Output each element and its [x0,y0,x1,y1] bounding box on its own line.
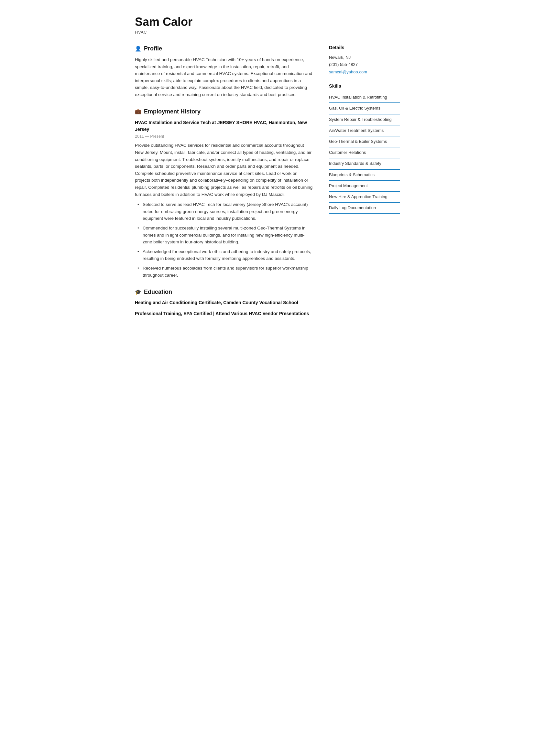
skills-title: Skills [329,83,400,90]
edu-title-2: Professional Training, EPA Certified | A… [135,310,313,317]
skill-item-5: Geo-Thermal & Boiler Systems [329,136,400,148]
education-icon: 🎓 [135,288,141,296]
candidate-name: Sam Calor [135,15,400,28]
skill-item-2: Gas, Oil & Electric Systems [329,103,400,114]
main-layout: 👤 Profile Highly skilled and personable … [135,44,400,326]
skill-item-10: New Hire & Apprentice Training [329,192,400,202]
resume-page: Sam Calor HVAC 👤 Profile Highly skilled … [122,0,413,345]
candidate-profession: HVAC [135,29,400,36]
bullet-item: Commended for successfully installing se… [137,225,313,246]
profile-icon: 👤 [135,45,141,53]
job-item: HVAC Installation and Service Tech at JE… [135,119,313,279]
skill-item-8: Blueprints & Schematics [329,170,400,181]
skill-item-6: Customer Relations [329,148,400,158]
profile-section-title: 👤 Profile [135,44,313,53]
job-date: 2011 — Present [135,133,313,140]
skill-item-11: Daily Log Documentation [329,202,400,214]
skill-item-9: Project Management [329,181,400,192]
header-section: Sam Calor HVAC [135,15,400,35]
skill-item-1: HVAC Installation & Retrofitting [329,92,400,103]
bullet-item: Selected to serve as lead HVAC Tech for … [137,201,313,222]
edu-title-1: Heating and Air Conditioning Certificate… [135,300,313,306]
edu-item-1: Heating and Air Conditioning Certificate… [135,300,313,306]
job-description: Provide outstanding HVAC services for re… [135,142,313,198]
details-section: Details Newark, NJ (201) 555-4827 samcal… [329,44,400,75]
left-column: 👤 Profile Highly skilled and personable … [135,44,313,326]
employment-icon: 💼 [135,108,141,115]
job-title: HVAC Installation and Service Tech at JE… [135,119,313,133]
skill-item-7: Industry Standards & Safety [329,158,400,169]
education-section-title: 🎓 Education [135,288,313,296]
details-email[interactable]: samcal@yahoo.com [329,69,367,74]
profile-text: Highly skilled and personable HVAC Techn… [135,56,313,98]
right-column: Details Newark, NJ (201) 555-4827 samcal… [329,44,400,326]
details-location: Newark, NJ [329,54,400,61]
education-section: 🎓 Education Heating and Air Conditioning… [135,288,313,317]
bullet-item: Acknowledged for exceptional work ethic … [137,248,313,262]
skill-item-4: Air/Water Treatment Systems [329,125,400,136]
skills-list: HVAC Installation & Retrofitting Gas, Oi… [329,92,400,214]
bullet-item: Received numerous accolades from clients… [137,265,313,279]
employment-section: 💼 Employment History HVAC Installation a… [135,107,313,279]
profile-section: 👤 Profile Highly skilled and personable … [135,44,313,98]
skills-section: Skills HVAC Installation & Retrofitting … [329,83,400,214]
details-title: Details [329,44,400,51]
skill-item-3: System Repair & Troubleshooting [329,114,400,125]
details-phone: (201) 555-4827 [329,61,400,68]
employment-section-title: 💼 Employment History [135,107,313,116]
job-bullets: Selected to serve as lead HVAC Tech for … [135,201,313,279]
edu-item-2: Professional Training, EPA Certified | A… [135,310,313,317]
